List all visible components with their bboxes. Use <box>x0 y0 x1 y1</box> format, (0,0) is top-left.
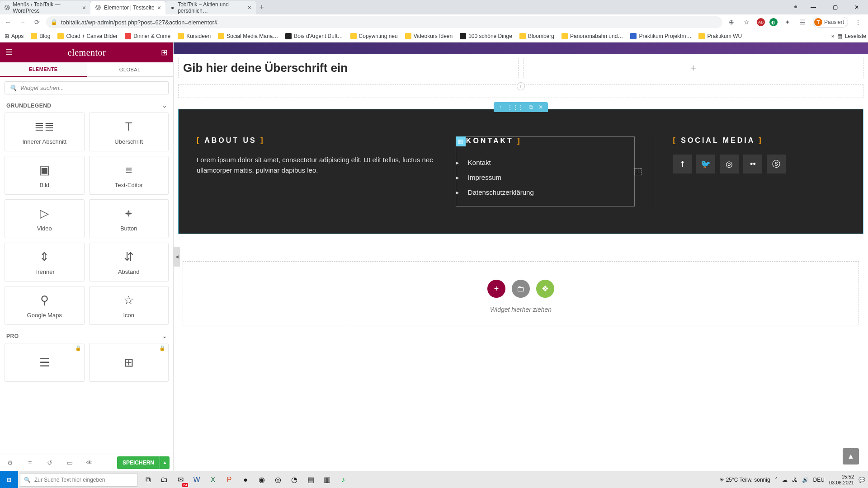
maximize-button[interactable]: ▢ <box>826 1 844 14</box>
app-icon[interactable]: ● <box>238 473 253 487</box>
editor-canvas[interactable]: ◀ Gib hier deine Überschrift ein + + + ⋮… <box>174 42 868 471</box>
column-edit-icon[interactable]: ▦ <box>456 136 466 146</box>
twitter-icon[interactable]: 🐦 <box>696 155 715 174</box>
settings-icon[interactable]: ⚙ <box>0 454 20 471</box>
instagram-icon[interactable]: ◎ <box>720 155 739 174</box>
widget-pro-item[interactable]: 🔒☰ <box>5 343 85 382</box>
menu-icon[interactable]: ⋮ <box>853 17 863 28</box>
task-view-icon[interactable]: ⧉ <box>140 473 156 487</box>
clock[interactable]: 15:52 03.08.2021 <box>829 474 854 485</box>
kontakt-link[interactable]: ▸Kontakt <box>456 155 628 170</box>
language-indicator[interactable]: DEU <box>813 477 825 483</box>
widget-bild[interactable]: ▣Bild <box>5 156 85 195</box>
powerpoint-icon[interactable]: P <box>222 473 237 487</box>
app-icon[interactable]: ▤ <box>303 473 318 487</box>
close-window-button[interactable]: ✕ <box>847 1 866 14</box>
envato-button[interactable]: ❖ <box>536 280 554 298</box>
onedrive-icon[interactable]: ☁ <box>782 477 788 483</box>
bookmark-item[interactable]: Praktikum Projektm… <box>627 33 694 39</box>
footer-section[interactable]: + ⋮⋮⋮ ⧉ ✕ [ ABOUT US ] Lorem ipsum dolor… <box>178 109 863 234</box>
save-button[interactable]: SPEICHERN <box>117 456 160 469</box>
hamburger-icon[interactable]: ☰ <box>5 47 13 57</box>
widget-search-input[interactable]: 🔍 Widget suchen... <box>5 81 169 94</box>
reload-button[interactable]: ⟳ <box>32 17 42 28</box>
weather-widget[interactable]: ☀ 25°C Teilw. sonnig <box>719 477 770 483</box>
scroll-to-top-button[interactable]: ▲ <box>843 448 859 465</box>
category-basic[interactable]: GRUNDLEGEND ⌄ <box>0 99 173 113</box>
new-tab-button[interactable]: + <box>256 3 268 12</box>
drop-zone[interactable]: + 🗀 ❖ Widget hierher ziehen <box>183 261 859 325</box>
obs-icon[interactable]: ◉ <box>254 473 269 487</box>
widgets-grid-icon[interactable]: ⊞ <box>161 47 168 57</box>
bookmark-item[interactable]: Bloomberg <box>517 33 557 39</box>
tab-elements[interactable]: ELEMENTE <box>0 62 87 77</box>
minimize-button[interactable]: — <box>804 1 823 14</box>
tab-global[interactable]: GLOBAL <box>87 62 174 77</box>
widget--berschrift[interactable]: TÜberschrift <box>89 113 169 151</box>
close-icon[interactable]: × <box>82 4 86 11</box>
bookmark-item[interactable]: Videokurs Ideen <box>402 33 456 39</box>
bookmark-item[interactable]: 100 schöne Dinge <box>457 33 515 39</box>
close-icon[interactable]: × <box>248 4 251 11</box>
browser-tab[interactable]: Ⓦ Menüs ‹ TobiTalk — WordPress × <box>0 1 90 14</box>
panel-collapse-handle[interactable]: ◀ <box>174 247 180 267</box>
chrome-icon[interactable]: ◎ <box>270 473 286 487</box>
bookmark-item[interactable]: Praktikum WU <box>696 33 745 39</box>
flickr-icon[interactable]: •• <box>743 155 762 174</box>
notepad-icon[interactable]: ▥ <box>319 473 335 487</box>
widget-text-editor[interactable]: ≡Text-Editor <box>89 156 169 195</box>
section-add-icon[interactable]: + <box>499 104 502 110</box>
widget-pro-item[interactable]: 🔒⊞ <box>89 343 169 382</box>
bookmark-item[interactable]: Dinner & Crime <box>122 33 173 39</box>
footer-column-about[interactable]: [ ABOUT US ] Lorem ipsum dolor sit amet,… <box>197 136 438 206</box>
edge-icon[interactable]: ◔ <box>287 473 302 487</box>
bookmark-item[interactable]: Blog <box>28 33 53 39</box>
widget-video[interactable]: ▷Video <box>5 199 85 238</box>
footer-column-social[interactable]: [ SOCIAL MEDIA ] f 🐦 ◎ •• ⓢ <box>673 136 845 206</box>
category-pro[interactable]: PRO ⌄ <box>5 329 169 343</box>
browser-tab[interactable]: ● TobiTalk – Aktien und persönlich… × <box>165 1 256 14</box>
facebook-icon[interactable]: f <box>673 155 692 174</box>
bookmark-item[interactable]: Cload + Canva Bilder <box>55 33 120 39</box>
account-dot-icon[interactable]: ● <box>790 1 801 12</box>
spotify-icon[interactable]: ♪ <box>335 473 351 487</box>
navigator-icon[interactable]: ≡ <box>20 454 40 471</box>
network-icon[interactable]: 🖧 <box>792 477 797 483</box>
star-icon[interactable]: ☆ <box>741 17 752 28</box>
reading-list-button[interactable]: Leseliste <box>845 33 866 39</box>
bookmark-item[interactable]: Copywriting neu <box>348 33 401 39</box>
forward-button[interactable]: → <box>17 17 28 28</box>
bookmark-item[interactable]: Bois d'Argent Duft… <box>283 33 345 39</box>
history-icon[interactable]: ↺ <box>40 454 60 471</box>
widget-icon[interactable]: ☆Icon <box>89 286 169 325</box>
extension-icon[interactable]: ◐ <box>769 18 778 26</box>
widget-button[interactable]: ⌖Button <box>89 199 169 238</box>
bookmark-overflow[interactable]: » <box>831 33 835 39</box>
section-duplicate-icon[interactable]: ⧉ <box>529 104 533 110</box>
tray-chevron-icon[interactable]: ˄ <box>775 477 778 483</box>
bookmark-item[interactable]: Kursideen <box>175 33 213 39</box>
bookmark-item[interactable]: Panoramabahn und… <box>559 33 626 39</box>
extensions-icon[interactable]: ✦ <box>782 17 793 28</box>
empty-section-placeholder[interactable]: + <box>178 84 863 98</box>
notifications-icon[interactable]: 💬 <box>859 477 865 483</box>
close-icon[interactable]: × <box>157 4 161 11</box>
kontakt-link[interactable]: ▸Datenschutzerklärung <box>456 185 628 200</box>
bookmark-apps[interactable]: ⊞Apps <box>2 33 26 39</box>
widget-google-maps[interactable]: ⚲Google Maps <box>5 286 85 325</box>
start-button[interactable]: ⊞ <box>0 471 18 488</box>
section-drag-icon[interactable]: ⋮⋮⋮ <box>507 104 524 110</box>
footer-column-kontakt[interactable]: ▦ KONTAKT ] ▸Kontakt ▸Impressum ▸Datensc… <box>456 136 635 206</box>
address-bar[interactable]: 🔒 tobitalk.at/wp-admin/post.php?post=627… <box>46 16 722 28</box>
zoom-icon[interactable]: ⊕ <box>726 17 737 28</box>
word-icon[interactable]: W <box>189 473 204 487</box>
heading-column[interactable]: Gib hier deine Überschrift ein <box>178 58 519 78</box>
back-button[interactable]: ← <box>3 17 14 28</box>
taskbar-search-input[interactable]: 🔍 Zur Suche Text hier eingeben <box>20 473 137 487</box>
browser-tab-active[interactable]: Ⓦ Elementor | Testseite × <box>90 1 165 14</box>
profile-button[interactable]: T Pausiert <box>813 17 848 28</box>
add-section-button[interactable]: + <box>487 280 505 298</box>
readlist-icon[interactable]: ☰ <box>797 17 808 28</box>
file-explorer-icon[interactable]: 🗂 <box>156 473 172 487</box>
add-section-icon[interactable]: + <box>517 82 525 90</box>
